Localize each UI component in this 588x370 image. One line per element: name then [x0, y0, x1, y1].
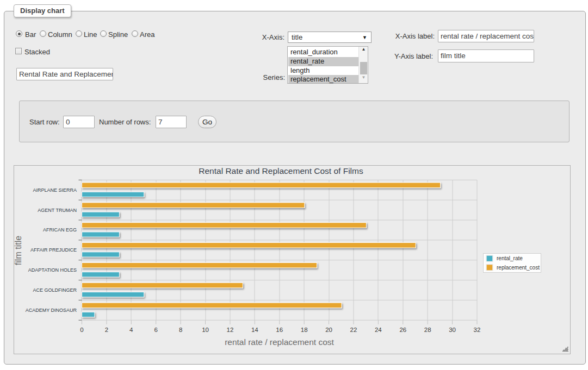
svg-text:ACADEMY DINOSAUR: ACADEMY DINOSAUR [26, 308, 77, 313]
svg-text:32: 32 [474, 327, 481, 333]
svg-text:20: 20 [325, 327, 332, 333]
svg-text:ACE GOLDFINGER: ACE GOLDFINGER [33, 287, 77, 293]
svg-text:16: 16 [276, 327, 283, 333]
svg-text:12: 12 [227, 327, 234, 333]
svg-text:6: 6 [154, 327, 158, 333]
svg-text:30: 30 [449, 327, 456, 333]
svg-text:AGENT TRUMAN: AGENT TRUMAN [38, 208, 77, 213]
svg-text:film title: film title [14, 236, 23, 265]
svg-text:AFFAIR PREJUDICE: AFFAIR PREJUDICE [30, 247, 77, 253]
svg-text:rental_rate: rental_rate [497, 255, 523, 261]
svg-text:26: 26 [399, 327, 406, 333]
svg-text:18: 18 [301, 327, 308, 333]
svg-text:8: 8 [179, 327, 182, 333]
svg-text:replacement_cost: replacement_cost [497, 265, 540, 271]
svg-text:4: 4 [129, 327, 133, 333]
svg-text:AFRICAN EGG: AFRICAN EGG [43, 227, 77, 233]
svg-text:28: 28 [424, 327, 431, 333]
svg-text:2: 2 [105, 327, 108, 333]
svg-text:22: 22 [350, 327, 357, 333]
svg-text:10: 10 [202, 327, 209, 333]
svg-text:0: 0 [80, 327, 83, 333]
svg-text:ADAPTATION HOLES: ADAPTATION HOLES [28, 267, 77, 273]
svg-text:14: 14 [251, 327, 258, 333]
svg-text:AIRPLANE SIERRA: AIRPLANE SIERRA [33, 187, 77, 193]
svg-text:24: 24 [375, 327, 382, 333]
svg-text:rental rate / replacement cost: rental rate / replacement cost [225, 337, 334, 347]
svg-text:Rental Rate and Replacement Co: Rental Rate and Replacement Cost of Film… [199, 166, 363, 175]
